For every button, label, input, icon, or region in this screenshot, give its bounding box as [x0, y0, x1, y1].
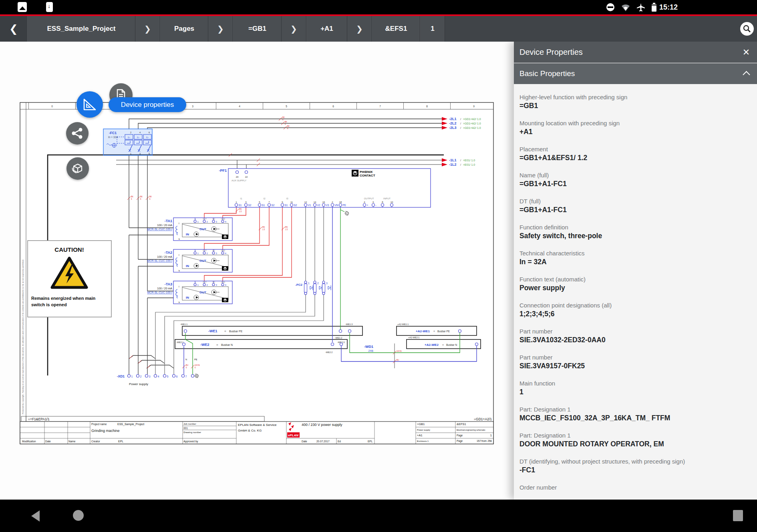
xd1-terminal-number: 3 [149, 375, 151, 378]
property-row[interactable]: Connection point designations (all)1;2;3… [519, 301, 751, 319]
svg-text:Page: Page [457, 434, 463, 437]
svg-text:IN: IN [186, 264, 189, 268]
airplane-icon [636, 2, 646, 12]
property-row[interactable]: DT (full)=GB1+A1-FC1 [519, 197, 751, 215]
svg-text:GmbH & Co. KG: GmbH & Co. KG [238, 429, 262, 432]
close-icon[interactable]: ✕ [741, 47, 751, 58]
svg-text:=: = [433, 330, 435, 333]
svg-text:PE: PE [194, 358, 197, 361]
caution-note: CAUTION! Remains energized when main swi… [28, 241, 111, 317]
property-row[interactable]: Function text (automatic)Power supply [519, 275, 751, 293]
svg-text:Electrical engineering schemat: Electrical engineering schematic [457, 429, 485, 431]
xref-left: =+F1&EPA1/1 [28, 417, 50, 421]
property-value: 1;2;3;4;5;6 [519, 309, 751, 319]
pf1-terminal-number: 10 [391, 201, 393, 203]
svg-text:I▷: I▷ [128, 136, 131, 139]
svg-text:OUT: OUT [199, 291, 206, 294]
basic-properties-header[interactable]: Basic Properties [514, 63, 757, 84]
breadcrumb-item-1[interactable]: 1 [420, 16, 445, 42]
svg-text:=: = [442, 343, 444, 346]
device-download-icon [46, 2, 53, 12]
pf1-terminal-name: S1 [285, 204, 288, 207]
pf1-group-label: I3 [286, 197, 288, 200]
svg-text:+A2-WE2: +A2-WE2 [425, 343, 439, 347]
column-number: 3 [192, 105, 193, 108]
property-row[interactable]: Part numberSIE.3VA9157-0FK25 [519, 353, 751, 371]
measure-tool-fab[interactable] [77, 91, 103, 118]
svg-text:Date: Date [302, 440, 307, 443]
svg-text:Enclosure 1: Enclosure 1 [417, 440, 429, 442]
breadcrumb-item--efs1[interactable]: &EFS1 [372, 16, 420, 42]
property-row[interactable]: Part: Designation 1DOOR MOUNTED ROTARY O… [519, 432, 751, 449]
column-number: 0 [51, 105, 53, 108]
breadcrumb-item--gb1[interactable]: =GB1 [233, 16, 282, 42]
svg-text:-2L2: -2L2 [449, 121, 457, 125]
drawing-canvas[interactable]: 0123456789 Protected by copyright. Passi… [0, 42, 757, 500]
breadcrumb-item-ess-sample-project[interactable]: ESS_Sample_Project [27, 16, 135, 42]
pf1-terminal-name: VN [335, 204, 338, 207]
pf1-terminal-name: V3 [326, 204, 329, 207]
svg-text:CAUTION!: CAUTION! [54, 246, 84, 253]
wire-mark-label: GNYE [397, 350, 402, 352]
svg-text:-WE2:1: -WE2:1 [176, 341, 183, 343]
device-properties-tooltip[interactable]: Device properties [109, 97, 186, 112]
property-label: Function definition [519, 223, 751, 231]
property-label: DT (full) [519, 197, 751, 205]
property-row[interactable]: Placement=GB1+A1&EFS1/ 1.2 [519, 145, 751, 163]
3d-view-fab[interactable] [66, 157, 89, 180]
svg-text:=: = [216, 343, 218, 347]
property-label: Function text (automatic) [519, 275, 751, 283]
svg-text:OUT: OUT [203, 250, 207, 252]
svg-text:CONTACT: CONTACT [360, 174, 375, 177]
pf1-terminal-number: 18 [339, 201, 342, 203]
selected-device-fc1[interactable]: -FC1 In = 32A I▷21I▷43I▷65 [103, 129, 152, 155]
svg-text:-WE1: -WE1 [208, 329, 217, 333]
svg-text:MCR-SL-CUC-100-I: MCR-SL-CUC-100-I [147, 228, 172, 231]
property-row[interactable]: Order number [519, 484, 751, 491]
property-value: =GB1+A1-FC1 [519, 205, 751, 215]
nav-recents-icon[interactable] [733, 510, 743, 521]
property-row[interactable]: Name (full)=GB1+A1-FC1 [519, 171, 751, 189]
property-row[interactable]: Part numberSIE.3VA1032-2ED32-0AA0 [519, 327, 751, 345]
svg-text:20: 20 [236, 176, 239, 178]
property-row[interactable]: Part: Designation 1MCCB_IEC_FS100_32A_3P… [519, 406, 751, 423]
svg-text:OUT: OUT [203, 218, 207, 220]
search-button[interactable] [740, 22, 754, 36]
property-row[interactable]: Main function1 [519, 379, 751, 397]
wire-mark-label: BU [186, 364, 188, 366]
svg-text:Job number: Job number [183, 423, 196, 425]
svg-text:IN: IN [186, 233, 189, 236]
property-value: +A1 [519, 127, 751, 137]
column-number: 5 [286, 105, 287, 108]
property-label: Technical characteristics [519, 249, 751, 257]
back-button[interactable]: ❮ [0, 16, 27, 42]
panel-header: Device Properties ✕ [514, 42, 757, 63]
property-row[interactable]: Mounting location with preceding sign+A1 [519, 119, 751, 137]
breadcrumb-item-pages[interactable]: Pages [160, 16, 208, 42]
schematic-page[interactable]: 0123456789 Protected by copyright. Passi… [0, 42, 514, 500]
nav-home-icon[interactable] [73, 510, 84, 521]
svg-text:=GD1+A2/ 1.0: =GD1+A2/ 1.0 [463, 122, 481, 125]
share-fab[interactable] [66, 122, 89, 145]
properties-list[interactable]: Higher-level function with preceding sig… [514, 84, 757, 500]
svg-text:001: 001 [183, 427, 188, 430]
status-bar: 15:12 [0, 0, 757, 14]
svg-text:Remains energized when main: Remains energized when main [31, 296, 95, 301]
property-row[interactable]: DT (identifying, without project structu… [519, 458, 751, 475]
property-value: MCCB_IEC_FS100_32A_3P_16KA_TM_ FTFM [519, 413, 751, 423]
property-value: =GB1+A1&EFS1/ 1.2 [519, 153, 751, 163]
svg-text:+A2-WE1: +A2-WE1 [416, 329, 430, 333]
wire-mark-label: BK [131, 196, 133, 198]
svg-text:-2L3: -2L3 [449, 126, 457, 130]
svg-text:Busbar N: Busbar N [221, 343, 233, 346]
svg-text:1.5: 1.5 [285, 229, 288, 231]
property-row[interactable]: Technical characteristicsIn = 32A [519, 249, 751, 267]
svg-text:400 / 230 V power supply: 400 / 230 V power supply [302, 423, 342, 427]
breadcrumb-item--a1[interactable]: +A1 [306, 16, 347, 42]
property-row[interactable]: Higher-level function with preceding sig… [519, 93, 751, 110]
property-row[interactable]: Function definitionSafety switch, three-… [519, 223, 751, 241]
nav-back-icon[interactable] [31, 510, 40, 522]
svg-text:-WE1:1: -WE1:1 [180, 323, 187, 325]
column-number: 6 [332, 105, 334, 108]
property-value: DOOR MOUNTED ROTARY OPERATOR, EM [519, 439, 751, 449]
